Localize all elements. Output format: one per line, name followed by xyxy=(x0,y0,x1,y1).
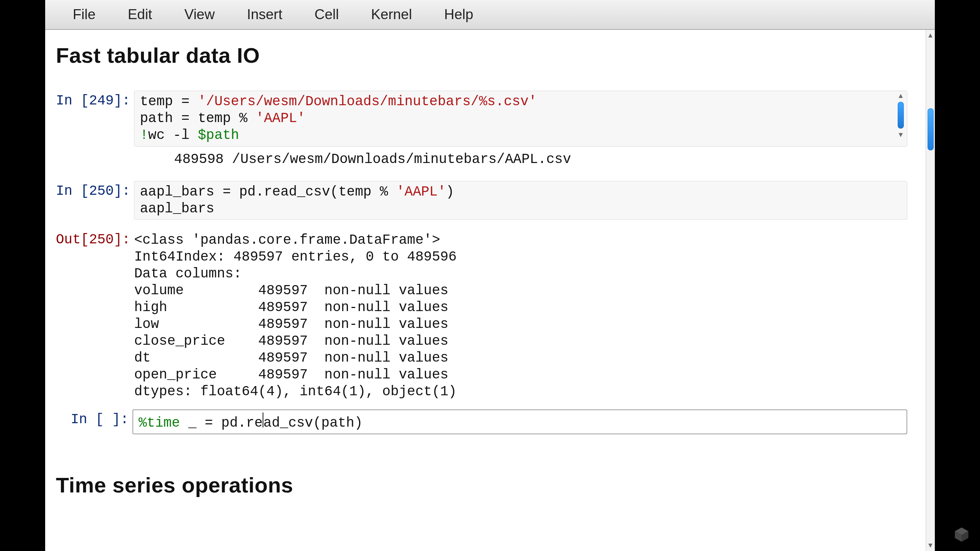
scroll-down-icon[interactable]: ▼ xyxy=(927,541,934,549)
prompt-in-empty: In [ ]: xyxy=(56,409,132,427)
code-shell-var: $path xyxy=(198,127,239,143)
code-string: 'AAPL' xyxy=(396,184,446,200)
code-in-249[interactable]: temp = '/Users/wesm/Downloads/minutebars… xyxy=(134,91,907,147)
notebook-viewport: Fast tabular data IO In [249]: temp = '/… xyxy=(45,30,935,551)
code-text: wc -l xyxy=(148,127,198,143)
code-text: _ = pd.re xyxy=(180,415,263,430)
code-op: % xyxy=(380,184,388,200)
notebook[interactable]: Fast tabular data IO In [249]: temp = '/… xyxy=(45,30,935,551)
menu-edit[interactable]: Edit xyxy=(112,3,168,26)
code-in-empty[interactable]: %time _ = pd.read_csv(path) xyxy=(132,409,907,435)
code-text: aapl_bars xyxy=(140,201,214,217)
code-text: path = temp xyxy=(140,111,239,126)
code-magic: %time xyxy=(139,415,180,430)
menu-insert[interactable]: Insert xyxy=(231,3,299,26)
scroll-track[interactable] xyxy=(926,39,935,541)
output-249: 489598 /Users/wesm/Downloads/minutebars/… xyxy=(56,151,932,168)
code-text: aapl_bars = pd.read_csv(temp xyxy=(140,184,380,200)
output-250-text: <class 'pandas.core.frame.DataFrame'> In… xyxy=(134,230,907,402)
spacer xyxy=(56,439,932,466)
cell-in-empty[interactable]: In [ ]: %time _ = pd.read_csv(path) xyxy=(56,409,932,435)
code-text: ad_csv(path) xyxy=(263,415,363,430)
cell-in-249[interactable]: In [249]: temp = '/Users/wesm/Downloads/… xyxy=(56,91,932,147)
code-string: 'AAPL' xyxy=(256,111,305,126)
code-string: '/Users/wesm/Downloads/minutebars/%s.csv… xyxy=(198,94,537,109)
menu-file[interactable]: File xyxy=(57,3,112,26)
menubar: File Edit View Insert Cell Kernel Help xyxy=(45,0,935,30)
menu-kernel[interactable]: Kernel xyxy=(355,3,428,26)
code-text: ) xyxy=(446,184,454,200)
code-in-250[interactable]: aapl_bars = pd.read_csv(temp % 'AAPL') a… xyxy=(134,181,907,220)
code-text: temp = xyxy=(140,94,198,109)
code-text xyxy=(247,111,256,126)
prompt-in-250: In [250]: xyxy=(56,181,134,199)
code-op: % xyxy=(239,111,248,126)
code-text xyxy=(388,184,397,200)
prompt-out-250: Out[250]: xyxy=(56,230,134,248)
watermark-cube-icon xyxy=(953,526,970,543)
main-scrollbar[interactable]: ▲ ▼ xyxy=(926,30,935,551)
cell-out-250: Out[250]: <class 'pandas.core.frame.Data… xyxy=(56,230,932,402)
app-window: File Edit View Insert Cell Kernel Help F… xyxy=(45,0,935,551)
menu-help[interactable]: Help xyxy=(428,3,489,26)
scroll-up-icon[interactable]: ▲ xyxy=(927,31,934,39)
menu-view[interactable]: View xyxy=(168,3,231,26)
code-shell-bang: ! xyxy=(140,127,148,143)
menu-cell[interactable]: Cell xyxy=(298,3,355,26)
output-249-text: 489598 /Users/wesm/Downloads/minutebars/… xyxy=(149,151,932,168)
video-frame: File Edit View Insert Cell Kernel Help F… xyxy=(0,0,980,551)
cell-in-250[interactable]: In [250]: aapl_bars = pd.read_csv(temp %… xyxy=(56,181,932,220)
scroll-thumb[interactable] xyxy=(928,108,934,150)
heading-timeseries: Time series operations xyxy=(56,473,932,497)
prompt-in-249: In [249]: xyxy=(56,91,134,109)
heading-fast-io: Fast tabular data IO xyxy=(56,43,932,68)
